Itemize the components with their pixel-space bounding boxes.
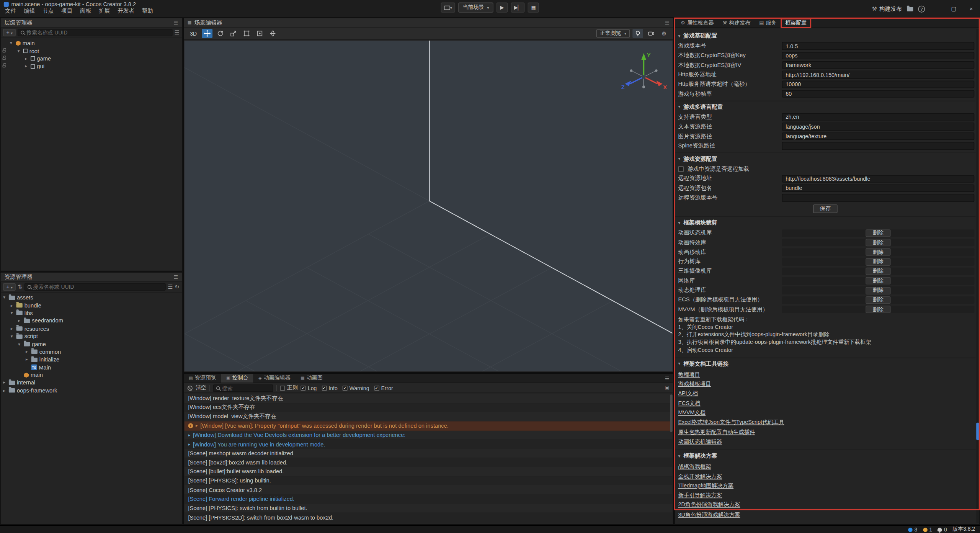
asset-node-row[interactable]: script (1, 332, 182, 340)
expand-caret-icon[interactable]: ▸ (188, 433, 190, 438)
regex-checkbox[interactable] (280, 386, 285, 391)
field-input[interactable] (782, 42, 974, 50)
log-row[interactable]: ▸ [Window] You are running Vue in develo… (185, 440, 673, 449)
console-search-input[interactable] (222, 385, 270, 391)
view-mode-select[interactable]: 正常浏览▾ (596, 29, 630, 38)
log-row[interactable]: ▸ [Scene] Forward render pipeline initia… (185, 495, 673, 504)
console-tab[interactable]: 控制台 (221, 374, 253, 383)
rect-tool[interactable] (241, 29, 252, 38)
log-filter[interactable]: Info (322, 385, 337, 391)
lighting-toggle[interactable] (632, 29, 643, 38)
remote-load-checkbox[interactable] (678, 166, 684, 172)
asset-node-row[interactable]: common (1, 348, 182, 356)
filter-icon[interactable]: ☰ (168, 284, 173, 290)
preview-target-button[interactable]: ▾ (441, 3, 456, 13)
field-input[interactable] (782, 61, 974, 69)
filter-checkbox[interactable] (322, 386, 327, 391)
doc-link[interactable]: 原生包热更新配置自动生成插件 (678, 427, 755, 437)
section-header[interactable]: 游戏多语言配置 (675, 102, 975, 113)
dimension-toggle[interactable]: 3D (188, 29, 199, 38)
inspector-tab[interactable]: 属性检查器 (676, 18, 719, 28)
caret-icon[interactable] (26, 357, 31, 362)
preview-layout-button[interactable]: ▦ (528, 3, 539, 13)
hierarchy-searchbox[interactable] (18, 29, 172, 36)
expand-caret-icon[interactable]: ▸ (196, 423, 198, 428)
caret-icon[interactable] (18, 49, 23, 54)
console-searchbox[interactable] (213, 384, 273, 392)
sort-icon[interactable]: ⇅ (18, 284, 22, 290)
save-button[interactable]: 保存 (813, 204, 838, 213)
doc-link[interactable]: 游戏模板项目 (678, 379, 711, 389)
asset-node-row[interactable]: internal (1, 379, 182, 387)
rotate-tool[interactable] (215, 29, 225, 38)
log-row[interactable]: ▸ [Window] ecs文件夹不存在 (185, 403, 673, 412)
hierarchy-node-row[interactable]: game (1, 55, 182, 62)
log-row[interactable]: ▸ [Scene] Cocos Creator v3.8.2 (185, 486, 673, 495)
play-button[interactable]: ▶ (497, 3, 508, 13)
log-row[interactable]: ▸ [Window] Download the Vue Devtools ext… (185, 430, 673, 440)
delete-module-button[interactable]: 删除 (866, 306, 890, 314)
project-folder-icon[interactable] (907, 7, 913, 11)
section-header[interactable]: 框架模块裁剪 (675, 217, 975, 228)
asset-node-row[interactable]: main (1, 371, 182, 379)
caret-icon[interactable] (11, 303, 16, 308)
asset-node-row[interactable]: resources (1, 325, 182, 332)
inspector-scrollbar[interactable] (976, 29, 979, 523)
panel-menu-icon[interactable]: ☰ (174, 274, 178, 280)
filter-checkbox[interactable] (301, 386, 306, 391)
build-publish-button[interactable]: ⚒构建发布 (872, 5, 902, 13)
expand-caret-icon[interactable]: ▸ (188, 441, 190, 446)
delete-module-button[interactable]: 删除 (866, 287, 890, 294)
inspector-tab[interactable]: 服务 (755, 18, 781, 28)
filter-checkbox[interactable] (374, 386, 379, 391)
log-filter[interactable]: Error (374, 385, 393, 391)
delete-module-button[interactable]: 删除 (866, 277, 890, 285)
move-tool[interactable] (202, 29, 212, 38)
lock-icon[interactable] (3, 50, 6, 52)
log-filter[interactable]: Log (301, 385, 317, 391)
caret-icon[interactable] (11, 311, 16, 316)
menu-item[interactable]: 编辑 (20, 6, 39, 16)
inspector-tab[interactable]: 框架配置 (781, 18, 811, 28)
doc-link[interactable]: API文档 (678, 389, 698, 399)
refresh-icon[interactable]: ↻ (175, 284, 179, 290)
asset-node-row[interactable]: assets (1, 294, 182, 301)
console-info-badge[interactable]: 3 (908, 526, 917, 533)
pivot-tool[interactable] (254, 29, 265, 38)
scale-tool[interactable] (228, 29, 239, 38)
asset-node-row[interactable]: Main (1, 363, 182, 371)
field-input[interactable] (782, 142, 974, 150)
caret-icon[interactable] (10, 41, 16, 46)
field-input[interactable] (782, 80, 974, 88)
field-input[interactable] (782, 52, 974, 59)
menu-item[interactable]: 扩展 (95, 6, 114, 16)
solution-link[interactable]: 全栈开发解决方案 (678, 472, 722, 481)
field-input[interactable] (782, 71, 974, 78)
caret-icon[interactable] (3, 388, 9, 393)
asset-node-row[interactable]: seedrandom (1, 317, 182, 325)
menu-item[interactable]: 开发者 (114, 6, 138, 16)
export-log-icon[interactable]: ▣ (665, 385, 669, 391)
filter-icon[interactable]: ☰ (174, 29, 179, 36)
panel-menu-icon[interactable]: ☰ (174, 20, 178, 25)
delete-module-button[interactable]: 删除 (866, 296, 890, 304)
caret-icon[interactable] (25, 56, 31, 61)
delete-module-button[interactable]: 删除 (866, 268, 890, 275)
doc-link[interactable]: Excel格式转Json文件与TypeScript代码工具 (678, 418, 784, 427)
assets-searchbox[interactable] (24, 283, 166, 291)
field-input[interactable] (782, 123, 974, 131)
console-tab[interactable]: 动画编辑器 (253, 374, 296, 383)
asset-node-row[interactable]: bundle (1, 302, 182, 309)
coordinate-space-tool[interactable] (268, 29, 278, 38)
asset-node-row[interactable]: game (1, 340, 182, 348)
field-input[interactable] (782, 132, 974, 140)
caret-icon[interactable] (11, 334, 16, 339)
add-node-button[interactable]: +▾ (3, 29, 16, 36)
camera-icon[interactable] (646, 29, 657, 38)
log-row[interactable]: ▸ [Window] render_texture文件夹不存在 (185, 394, 673, 403)
clear-icon[interactable] (188, 386, 193, 391)
add-asset-button[interactable]: +▾ (3, 283, 16, 291)
hierarchy-search-input[interactable] (26, 29, 169, 36)
caret-icon[interactable] (18, 319, 24, 324)
help-icon[interactable]: ? (918, 5, 925, 12)
